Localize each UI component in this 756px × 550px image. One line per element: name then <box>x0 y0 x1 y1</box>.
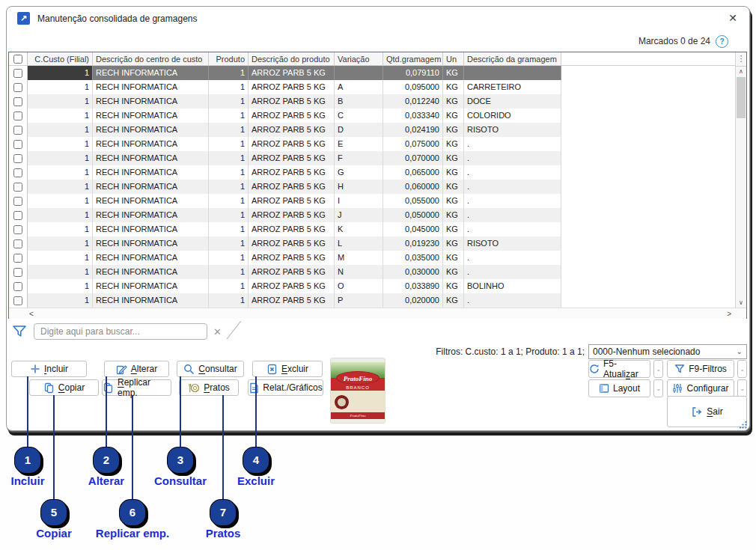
column-header-ccusto[interactable]: C.Custo (Filial) <box>28 52 93 66</box>
alterar-button[interactable]: Alterar <box>104 361 169 377</box>
vertical-scroll-thumb[interactable] <box>737 77 746 118</box>
row-checkbox[interactable] <box>13 268 22 277</box>
row-checkbox[interactable] <box>13 83 22 92</box>
product-filter-dropdown[interactable]: 0000-Nenhum selecionado ⌄ <box>588 344 747 359</box>
column-header-desc_gram[interactable]: Descrição da gramagem <box>464 52 561 66</box>
horizontal-scrollbar[interactable]: < > <box>9 308 746 319</box>
f5-atualizar-button[interactable]: F5-Atualizar <box>588 360 650 378</box>
cell-desc_gram: . <box>464 180 561 194</box>
row-checkbox[interactable] <box>13 211 22 220</box>
row-checkbox[interactable] <box>13 154 22 163</box>
table-row[interactable]: 1RECH INFORMATICA1ARROZ PARB 5 KGA0,0950… <box>9 80 746 94</box>
cell-ccusto: 1 <box>28 123 93 137</box>
table-row[interactable]: 1RECH INFORMATICA1ARROZ PARB 5 KGB0,0122… <box>9 94 746 109</box>
cell-desc_gram: . <box>464 293 561 308</box>
scroll-right-icon[interactable]: > <box>727 310 731 318</box>
table-row[interactable]: 1RECH INFORMATICA1ARROZ PARB 5 KGH0,0600… <box>9 180 746 194</box>
table-row[interactable]: 1RECH INFORMATICA1ARROZ PARB 5 KGF0,0700… <box>9 151 746 165</box>
row-checkbox[interactable] <box>13 69 22 78</box>
column-header-qtd[interactable]: Qtd.gramagem <box>383 52 443 66</box>
table-row[interactable]: 1RECH INFORMATICA1ARROZ PARB 5 KGM0,0350… <box>9 251 746 265</box>
table-row[interactable]: 1RECH INFORMATICA1ARROZ PARB 5 KGL0,0192… <box>9 236 746 251</box>
scroll-down-icon[interactable]: ∨ <box>736 298 746 308</box>
cell-centro: RECH INFORMATICA <box>93 80 209 94</box>
cell-un: KG <box>443 194 464 208</box>
pratos-button[interactable]: Pratos <box>179 379 239 396</box>
table-row[interactable]: 1RECH INFORMATICA1ARROZ PARB 5 KGD0,0241… <box>9 123 746 137</box>
clear-search-icon[interactable]: ✕ <box>213 326 222 337</box>
table-row[interactable]: 1RECH INFORMATICA1ARROZ PARB 5 KGP0,0200… <box>9 293 746 308</box>
table-row[interactable]: 1RECH INFORMATICA1ARROZ PARB 5 KG0,07911… <box>9 66 746 80</box>
row-checkbox[interactable] <box>13 97 22 106</box>
column-options-icon[interactable]: ⋮ <box>736 52 746 67</box>
row-filler <box>561 66 746 80</box>
consultar-button[interactable]: Consultar <box>177 361 244 377</box>
scroll-up-icon[interactable]: ∧ <box>736 67 746 76</box>
button-label: Incluir <box>44 364 68 374</box>
f5-dropdown-button[interactable]: ⌄ <box>653 360 663 378</box>
row-checkbox[interactable] <box>13 126 22 135</box>
f9-filtros-button[interactable]: F9-Filtros <box>667 360 734 378</box>
column-header-variacao[interactable]: Variação <box>335 52 383 66</box>
relatorios-graficos-button[interactable]: Relat./Gráficos <box>248 379 323 396</box>
row-checkbox[interactable] <box>13 225 22 234</box>
row-checkbox[interactable] <box>13 282 22 291</box>
sair-button[interactable]: Sair <box>667 396 747 427</box>
row-checkbox[interactable] <box>13 183 22 192</box>
select-all-checkbox[interactable] <box>13 55 22 64</box>
table-row[interactable]: 1RECH INFORMATICA1ARROZ PARB 5 KGK0,0450… <box>9 222 746 236</box>
cell-desc_gram: . <box>464 137 561 151</box>
cell-ccusto: 1 <box>28 222 93 236</box>
search-input[interactable] <box>34 323 207 340</box>
cell-variacao: A <box>335 80 383 94</box>
cell-ccusto: 1 <box>28 94 93 109</box>
help-icon[interactable]: ? <box>716 35 728 48</box>
table-row[interactable]: 1RECH INFORMATICA1ARROZ PARB 5 KGC0,0333… <box>9 109 746 123</box>
row-checkbox[interactable] <box>13 140 22 149</box>
resize-grip-icon[interactable] <box>740 421 747 429</box>
configurar-dropdown-button[interactable]: ⌄ <box>737 379 747 397</box>
close-icon[interactable]: ✕ <box>728 12 737 24</box>
row-select-cell <box>9 208 28 222</box>
replicar-emp-button[interactable]: Replicar emp. <box>102 379 171 396</box>
column-header-un[interactable]: Un <box>443 52 464 66</box>
button-label: Sair <box>707 406 722 417</box>
copiar-button[interactable]: Copiar <box>29 379 99 396</box>
row-select-cell <box>9 236 28 251</box>
cell-ccusto: 1 <box>28 80 93 94</box>
table-row[interactable]: 1RECH INFORMATICA1ARROZ PARB 5 KGJ0,0500… <box>9 208 746 222</box>
cell-variacao: B <box>335 94 383 109</box>
row-select-cell <box>9 137 28 151</box>
row-checkbox[interactable] <box>13 197 22 206</box>
row-select-cell <box>9 265 28 279</box>
cell-desc_produto: ARROZ PARB 5 KG <box>249 94 335 109</box>
row-checkbox[interactable] <box>13 111 22 120</box>
cell-ccusto: 1 <box>28 151 93 165</box>
cell-un: KG <box>443 165 464 180</box>
table-row[interactable]: 1RECH INFORMATICA1ARROZ PARB 5 KGN0,0300… <box>9 265 746 279</box>
cell-desc_gram: . <box>464 251 561 265</box>
layout-dropdown-button[interactable]: ⌄ <box>653 379 663 397</box>
column-header-desc_produto[interactable]: Descrição do produto <box>249 52 335 66</box>
cell-produto: 1 <box>209 66 249 80</box>
table-row[interactable]: 1RECH INFORMATICA1ARROZ PARB 5 KGG0,0650… <box>9 165 746 180</box>
vertical-scrollbar[interactable]: ⋮ ∧ ∨ <box>735 52 746 308</box>
scroll-left-icon[interactable]: < <box>29 310 34 318</box>
cell-desc_produto: ARROZ PARB 5 KG <box>249 151 335 165</box>
row-checkbox[interactable] <box>13 296 22 305</box>
f9-dropdown-button[interactable]: ⌄ <box>737 360 747 378</box>
incluir-button[interactable]: Incluir <box>11 361 87 377</box>
table-row[interactable]: 1RECH INFORMATICA1ARROZ PARB 5 KGI0,0550… <box>9 194 746 208</box>
row-checkbox[interactable] <box>13 239 22 248</box>
excluir-button[interactable]: Excluir <box>252 361 323 377</box>
column-header-centro[interactable]: Descrição do centro de custo <box>93 52 209 66</box>
layout-button[interactable]: Layout <box>588 379 650 397</box>
row-checkbox[interactable] <box>13 168 22 177</box>
table-row[interactable]: 1RECH INFORMATICA1ARROZ PARB 5 KGO0,0338… <box>9 279 746 293</box>
cell-produto: 1 <box>209 137 249 151</box>
row-checkbox[interactable] <box>13 254 22 263</box>
column-header-produto[interactable]: Produto <box>209 52 249 66</box>
table-row[interactable]: 1RECH INFORMATICA1ARROZ PARB 5 KGE0,0750… <box>9 137 746 151</box>
configurar-button[interactable]: Configurar <box>667 379 734 397</box>
cell-un: KG <box>443 222 464 236</box>
